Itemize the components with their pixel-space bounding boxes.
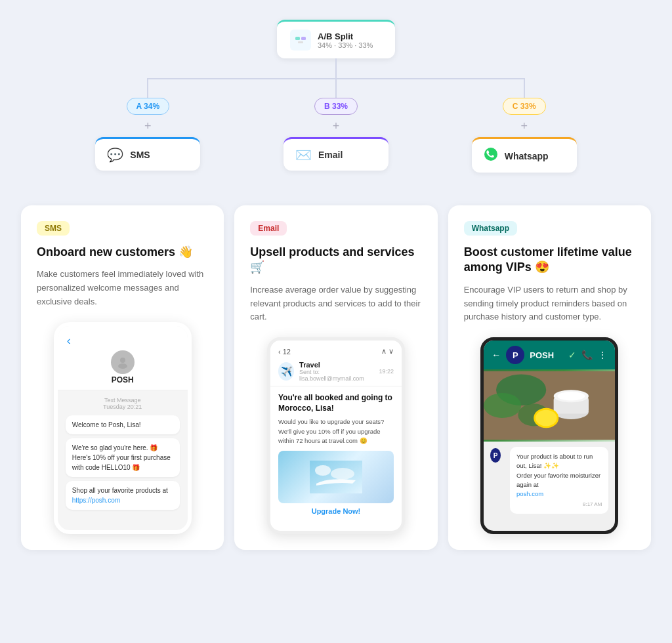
- branch-b-plus: +: [333, 120, 340, 132]
- email-nav-back[interactable]: ‹ 12: [278, 348, 291, 356]
- whatsapp-sender-name: POSH: [530, 350, 563, 360]
- whatsapp-message-bubble: Your product is about to run out, Lisa! …: [510, 447, 608, 514]
- usecase-whatsapp-card: Whatsapp Boost customer lifetime value a…: [448, 205, 651, 550]
- branch-a-label: A 34%: [127, 98, 170, 115]
- whatsapp-menu-icon[interactable]: ⋮: [598, 350, 607, 360]
- svg-point-5: [118, 363, 127, 369]
- whatsapp-message-text: Your product is about to run out, Lisa! …: [516, 452, 602, 499]
- email-mockup-wrapper: ‹ 12 ∧ ∨ ✈️ Travel Sent to: lisa.bowell@…: [250, 337, 421, 534]
- sms-sender-name: POSH: [112, 375, 134, 384]
- sms-bubble-3: Shop all your favorite products athttps:…: [66, 481, 180, 510]
- usecase-sms-card: SMS Onboard new customers 👋 Make custome…: [21, 205, 224, 550]
- sms-mockup-wrapper: ‹ POSH Text MessageTuesday 20:21 Welcome…: [37, 322, 208, 534]
- whatsapp-product-image: [484, 369, 615, 442]
- sms-back-button[interactable]: ‹: [67, 334, 71, 348]
- root-connector: [335, 58, 337, 78]
- whatsapp-action-icons: 📞 ⋮: [581, 350, 607, 360]
- email-sender-info: Travel Sent to: lisa.bowell@mymail.com: [299, 361, 373, 382]
- whatsapp-flow-card[interactable]: Whatsapp: [472, 137, 577, 173]
- whatsapp-usecase-desc: Encourage VIP users to return and shop b…: [464, 283, 635, 324]
- email-text: Would you like to upgrade your seats? We…: [278, 417, 394, 446]
- svg-rect-2: [298, 41, 303, 43]
- email-nav-arrows[interactable]: ∧ ∨: [381, 347, 394, 356]
- horizontal-line: [147, 78, 525, 79]
- whatsapp-badge: Whatsapp: [464, 221, 517, 236]
- whatsapp-mockup-wrapper: ← P POSH ✓ 📞 ⋮: [464, 337, 635, 534]
- svg-point-7: [315, 465, 331, 476]
- whatsapp-back-button[interactable]: ←: [492, 350, 501, 360]
- svg-point-3: [484, 148, 497, 161]
- svg-point-8: [331, 468, 354, 480]
- sms-phone-header: ‹ POSH: [58, 326, 188, 390]
- email-usecase-title: Upsell products and services 🛒: [250, 245, 421, 276]
- email-nav: ‹ 12 ∧ ∨: [278, 347, 394, 356]
- email-flow-icon: ✉️: [295, 147, 312, 163]
- whatsapp-usecase-title: Boost customer lifetime value among VIPs…: [464, 245, 635, 276]
- email-sender-icon: ✈️: [278, 362, 294, 381]
- email-flow-card[interactable]: ✉️ Email: [284, 137, 388, 171]
- sms-flow-icon: 💬: [107, 147, 123, 163]
- sms-badge: SMS: [37, 221, 70, 236]
- branch-a: A 34% + 💬 SMS: [54, 78, 242, 171]
- email-sender-name: Travel: [299, 361, 373, 369]
- sms-phone: ‹ POSH Text MessageTuesday 20:21 Welcome…: [54, 322, 192, 534]
- email-phone-header: ‹ 12 ∧ ∨ ✈️ Travel Sent to: lisa.bowell@…: [270, 341, 402, 386]
- whatsapp-flow-icon: [484, 147, 498, 165]
- sms-bubble-1: Welcome to Posh, Lisa!: [66, 415, 180, 434]
- svg-rect-1: [301, 37, 306, 40]
- sms-link[interactable]: https://posh.com: [72, 497, 120, 504]
- branch-a-vline: [147, 78, 148, 98]
- whatsapp-avatar: P: [506, 346, 524, 364]
- email-body: You're all booked and going to Morocco, …: [270, 386, 402, 522]
- branches-container: A 34% + 💬 SMS B 33% + ✉️ Email C 33% +: [54, 78, 618, 173]
- whatsapp-body: P Your product is about to run out, Lisa…: [484, 442, 615, 519]
- branch-c-vline: [524, 78, 525, 98]
- usecase-email-card: Email Upsell products and services 🛒 Inc…: [234, 205, 437, 550]
- email-title: You're all booked and going to Morocco, …: [278, 393, 394, 413]
- sms-bubble-2: We're so glad you're here. 🎁Here's 10% o…: [66, 438, 180, 477]
- branch-c-plus: +: [520, 120, 528, 132]
- sms-body: Text MessageTuesday 20:21 Welcome to Pos…: [58, 390, 188, 520]
- sms-flow-label: SMS: [130, 150, 150, 160]
- usecase-section: SMS Onboard new customers 👋 Make custome…: [0, 186, 672, 563]
- sms-usecase-title: Onboard new customers 👋: [37, 245, 208, 260]
- whatsapp-msg-avatar: P: [490, 448, 501, 463]
- svg-point-18: [536, 410, 556, 426]
- email-flow-label: Email: [318, 150, 343, 160]
- whatsapp-message-time: 8:17 AM: [516, 501, 602, 508]
- ab-split-node[interactable]: A/B Split 34% · 33% · 33%: [277, 20, 395, 58]
- email-time: 19:22: [379, 368, 394, 375]
- email-usecase-desc: Increase average order value by suggesti…: [250, 283, 421, 324]
- whatsapp-flow-label: Whatsapp: [505, 151, 549, 161]
- whatsapp-header: ← P POSH ✓ 📞 ⋮: [484, 341, 615, 369]
- svg-point-4: [120, 358, 125, 363]
- branch-a-plus: +: [144, 120, 152, 132]
- whatsapp-phone: ← P POSH ✓ 📞 ⋮: [480, 337, 618, 534]
- svg-point-16: [558, 392, 585, 400]
- email-sender-row: ✈️ Travel Sent to: lisa.bowell@mymail.co…: [278, 361, 394, 382]
- branch-b-label: B 33%: [314, 98, 358, 115]
- sms-date: Text MessageTuesday 20:21: [66, 397, 180, 410]
- sms-flow-card[interactable]: 💬 SMS: [95, 137, 200, 171]
- branch-b-vline: [335, 78, 337, 98]
- whatsapp-verified-icon: ✓: [568, 350, 576, 360]
- branch-c-label: C 33%: [503, 98, 546, 115]
- email-badge: Email: [250, 221, 287, 236]
- ab-split-icon: [290, 30, 311, 51]
- whatsapp-link[interactable]: posh.com: [516, 490, 543, 497]
- svg-point-11: [484, 393, 521, 418]
- email-image: [278, 451, 394, 503]
- email-cta-link[interactable]: Upgrade Now!: [278, 507, 394, 515]
- sms-usecase-desc: Make customers feel immediately loved wi…: [37, 268, 208, 308]
- email-phone: ‹ 12 ∧ ∨ ✈️ Travel Sent to: lisa.bowell@…: [267, 337, 405, 534]
- branch-b: B 33% + ✉️ Email: [242, 78, 430, 171]
- flow-diagram: A/B Split 34% · 33% · 33% A 34% + 💬 SMS …: [0, 0, 672, 186]
- whatsapp-call-icon[interactable]: 📞: [581, 350, 593, 360]
- ab-split-title: A/B Split: [318, 31, 373, 41]
- svg-rect-0: [295, 37, 300, 40]
- ab-split-subtitle: 34% · 33% · 33%: [318, 41, 373, 49]
- email-sender-addr: Sent to: lisa.bowell@mymail.com: [299, 369, 373, 382]
- branch-c: C 33% + Whatsapp: [430, 78, 618, 173]
- sms-avatar: [111, 350, 135, 374]
